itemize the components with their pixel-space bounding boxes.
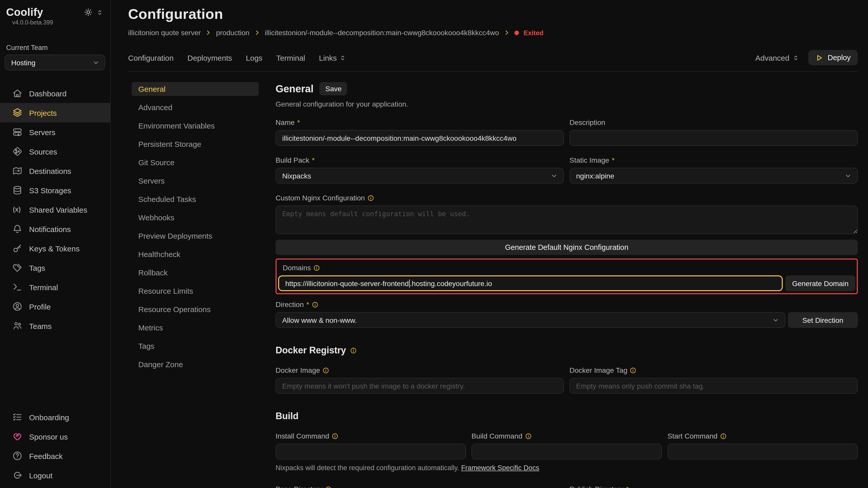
custom-nginx-label: Custom Nginx Configuration <box>276 194 365 202</box>
sidebar-item-label: Projects <box>29 108 57 117</box>
tabs: ConfigurationDeploymentsLogsTerminalLink… <box>128 53 346 62</box>
custom-nginx-textarea[interactable] <box>276 205 858 234</box>
heart-icon <box>12 431 23 442</box>
start-command-input[interactable] <box>668 444 858 459</box>
chevron-right-icon <box>254 30 260 36</box>
docker-image-input[interactable] <box>276 378 564 394</box>
sidebar-item-logout[interactable]: Logout <box>0 465 110 485</box>
sidebar-item-label: Teams <box>29 322 52 330</box>
sidebar-item-servers[interactable]: Servers <box>0 122 110 142</box>
subnav-item-scheduled-tasks[interactable]: Scheduled Tasks <box>132 192 259 206</box>
info-icon[interactable] <box>367 195 374 201</box>
build-heading: Build <box>276 411 299 422</box>
sidebar-item-sponsor-us[interactable]: Sponsor us <box>0 427 110 446</box>
subnav-item-webhooks[interactable]: Webhooks <box>132 210 259 224</box>
subnav-item-metrics[interactable]: Metrics <box>132 321 259 334</box>
subnav-item-advanced[interactable]: Advanced <box>132 100 259 114</box>
subnav-item-healthcheck[interactable]: Healthcheck <box>132 247 259 261</box>
name-input[interactable] <box>276 130 564 146</box>
info-icon[interactable] <box>525 433 531 439</box>
sidebar-item-label: Notifications <box>29 225 71 233</box>
description-input[interactable] <box>569 130 858 146</box>
breadcrumb-project[interactable]: illicitonion quote server <box>128 29 201 37</box>
subnav-item-resource-limits[interactable]: Resource Limits <box>132 284 259 298</box>
app-logo: Coolify <box>6 6 53 19</box>
build-command-input[interactable] <box>471 444 662 459</box>
sidebar-item-terminal[interactable]: Terminal <box>0 278 110 297</box>
team-select[interactable]: Hosting <box>5 55 105 70</box>
breadcrumb-application[interactable]: illicitestonion/-module--decomposition:m… <box>265 29 499 37</box>
info-icon[interactable] <box>720 433 727 439</box>
save-button[interactable]: Save <box>320 82 347 95</box>
static-image-select[interactable]: nginx:alpine <box>569 168 858 184</box>
text-caret <box>409 279 409 287</box>
main-area: Configuration illicitonion quote server … <box>111 0 868 488</box>
layers-icon <box>12 107 23 118</box>
subnav-item-tags[interactable]: Tags <box>132 339 259 353</box>
info-icon[interactable] <box>325 486 332 488</box>
chevron-down-icon <box>92 59 99 66</box>
info-icon[interactable] <box>314 264 320 271</box>
sidebar-item-profile[interactable]: Profile <box>0 297 110 316</box>
deploy-button[interactable]: Deploy <box>808 50 858 65</box>
generate-nginx-button[interactable]: Generate Default Nginx Configuration <box>276 240 858 255</box>
status-dot-icon <box>515 30 519 35</box>
install-command-label: Install Command <box>276 432 329 440</box>
sidebar-item-s3-storages[interactable]: S3 Storages <box>0 181 110 200</box>
install-command-input[interactable] <box>276 444 466 459</box>
set-direction-button[interactable]: Set Direction <box>788 312 858 328</box>
info-icon[interactable] <box>322 367 329 373</box>
sidebar-item-teams[interactable]: Teams <box>0 316 110 335</box>
info-icon[interactable] <box>332 433 338 439</box>
tab-configuration[interactable]: Configuration <box>128 53 174 62</box>
subnav-item-resource-operations[interactable]: Resource Operations <box>132 302 259 316</box>
breadcrumb-environment[interactable]: production <box>216 29 250 37</box>
subnav-item-persistent-storage[interactable]: Persistent Storage <box>132 137 259 151</box>
sidebar-item-destinations[interactable]: Destinations <box>0 161 110 181</box>
sidebar-item-shared-variables[interactable]: (x) Shared Variables <box>0 200 110 219</box>
sidebar-item-keys-tokens[interactable]: Keys & Tokens <box>0 239 110 258</box>
static-image-label: Static Image <box>569 156 609 164</box>
subnav-item-rollback[interactable]: Rollback <box>132 266 259 280</box>
subnav-item-preview-deployments[interactable]: Preview Deployments <box>132 229 259 243</box>
tab-deployments[interactable]: Deployments <box>187 53 232 62</box>
advanced-selector[interactable]: Advanced <box>755 53 799 62</box>
framework-docs-link[interactable]: Framework Specific Docs <box>461 464 539 472</box>
build-pack-select[interactable]: Nixpacks <box>276 168 564 184</box>
sidebar-item-label: Profile <box>29 302 51 311</box>
theme-selector-icon[interactable] <box>96 9 103 15</box>
home-icon <box>12 88 23 98</box>
tab-terminal[interactable]: Terminal <box>276 53 305 62</box>
tab-links[interactable]: Links <box>319 53 346 62</box>
theme-sun-icon[interactable] <box>84 8 92 16</box>
tab-logs[interactable]: Logs <box>246 53 262 62</box>
subnav-item-general[interactable]: General <box>132 82 259 96</box>
info-icon[interactable] <box>630 367 637 373</box>
sidebar-item-label: Terminal <box>29 283 58 291</box>
direction-select[interactable]: Allow www & non-www. <box>276 312 785 328</box>
domains-input[interactable]: https://illicitonion-quote-server-fronte… <box>278 275 783 291</box>
current-team-label: Current Team <box>0 26 110 55</box>
tabs-bar: ConfigurationDeploymentsLogsTerminalLink… <box>128 50 858 65</box>
app-version: v4.0.0-beta.399 <box>6 19 53 26</box>
app-window: Coolify v4.0.0-beta.399 Current Team Hos… <box>0 0 868 488</box>
sidebar-item-label: Shared Variables <box>29 205 87 214</box>
subnav-item-servers[interactable]: Servers <box>132 174 259 188</box>
sidebar-item-onboarding[interactable]: Onboarding <box>0 408 110 427</box>
docker-image-tag-input[interactable] <box>569 378 858 394</box>
subnav-item-environment-variables[interactable]: Environment Variables <box>132 119 259 133</box>
docker-image-tag-label: Docker Image Tag <box>569 366 627 374</box>
sidebar-item-feedback[interactable]: Feedback <box>0 446 110 465</box>
chevron-right-icon <box>206 30 212 36</box>
sidebar-nav: Dashboard Projects Servers Sources Desti… <box>0 84 110 335</box>
info-icon[interactable] <box>350 347 357 354</box>
sidebar-item-projects[interactable]: Projects <box>0 103 110 122</box>
sidebar-item-dashboard[interactable]: Dashboard <box>0 84 110 103</box>
sidebar-item-sources[interactable]: Sources <box>0 142 110 161</box>
sidebar-item-tags[interactable]: Tags <box>0 258 110 278</box>
subnav-item-git-source[interactable]: Git Source <box>132 156 259 169</box>
subnav-item-danger-zone[interactable]: Danger Zone <box>132 357 259 371</box>
sidebar-item-notifications[interactable]: Notifications <box>0 219 110 239</box>
generate-domain-button[interactable]: Generate Domain <box>785 275 855 291</box>
info-icon[interactable] <box>312 301 318 308</box>
